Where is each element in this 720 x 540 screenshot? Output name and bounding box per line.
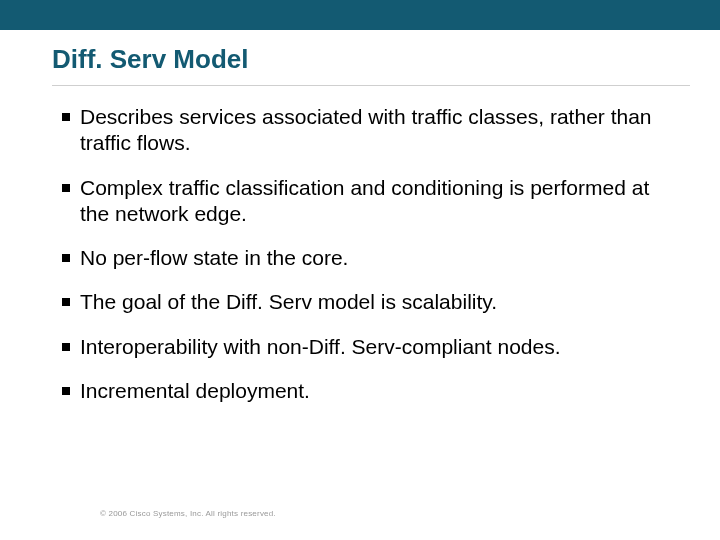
slide: Diff. Serv Model Describes services asso… xyxy=(0,0,720,540)
square-bullet-icon xyxy=(62,254,70,262)
square-bullet-icon xyxy=(62,387,70,395)
square-bullet-icon xyxy=(62,343,70,351)
list-item: The goal of the Diff. Serv model is scal… xyxy=(62,289,660,315)
list-item: Complex traffic classification and condi… xyxy=(62,175,660,228)
list-item: Incremental deployment. xyxy=(62,378,660,404)
bullet-text: No per-flow state in the core. xyxy=(80,245,348,271)
list-item: No per-flow state in the core. xyxy=(62,245,660,271)
list-item: Describes services associated with traff… xyxy=(62,104,660,157)
bullet-text: Describes services associated with traff… xyxy=(80,104,660,157)
slide-title: Diff. Serv Model xyxy=(0,30,720,81)
square-bullet-icon xyxy=(62,298,70,306)
top-bar xyxy=(0,0,720,30)
slide-body: Describes services associated with traff… xyxy=(0,96,720,404)
title-rule xyxy=(52,85,690,86)
bullet-text: Interoperability with non-Diff. Serv-com… xyxy=(80,334,561,360)
copyright-footer: © 2006 Cisco Systems, Inc. All rights re… xyxy=(100,509,276,518)
bullet-text: The goal of the Diff. Serv model is scal… xyxy=(80,289,497,315)
square-bullet-icon xyxy=(62,113,70,121)
bullet-text: Incremental deployment. xyxy=(80,378,310,404)
bullet-text: Complex traffic classification and condi… xyxy=(80,175,660,228)
list-item: Interoperability with non-Diff. Serv-com… xyxy=(62,334,660,360)
square-bullet-icon xyxy=(62,184,70,192)
